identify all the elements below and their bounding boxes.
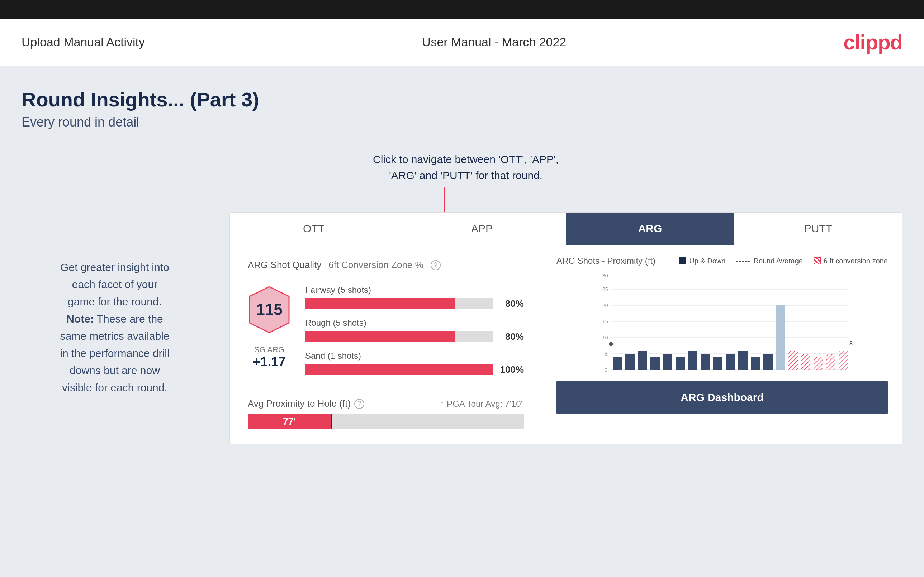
top-bar — [0, 0, 924, 19]
upload-manual-label[interactable]: Upload Manual Activity — [21, 35, 145, 49]
note-label: Note: — [66, 313, 94, 325]
bar-outer-fairway — [305, 298, 493, 309]
svg-rect-27 — [738, 350, 748, 370]
legend-round-avg: Round Average — [736, 257, 803, 265]
bar-pct-fairway: 80% — [499, 298, 524, 309]
proximity-header: Avg Proximity to Hole (ft) ? ↑ PGA Tour … — [248, 398, 524, 409]
bar-fill-sand — [305, 364, 493, 375]
chart-area: 0 5 10 15 20 25 30 — [556, 273, 888, 374]
tabs-row: OTT APP ARG PUTT — [230, 213, 902, 245]
left-panel: Get greater insight into each facet of y… — [21, 151, 208, 402]
help-icon[interactable]: ? — [431, 260, 441, 270]
chart-legend: Up & Down Round Average 6 ft conversion … — [679, 257, 888, 265]
bar-row-sand: Sand (1 shots) 100% — [305, 351, 524, 375]
svg-rect-22 — [675, 357, 685, 370]
svg-rect-35 — [838, 350, 848, 370]
svg-rect-28 — [751, 357, 760, 370]
svg-text:0: 0 — [604, 367, 607, 373]
tab-ott[interactable]: OTT — [230, 213, 398, 245]
svg-rect-17 — [613, 357, 622, 370]
svg-rect-26 — [726, 354, 735, 370]
svg-rect-24 — [701, 354, 710, 370]
arg-chart: 0 5 10 15 20 25 30 — [556, 273, 888, 374]
chart-title: ARG Shots - Proximity (ft) — [556, 256, 656, 266]
svg-rect-19 — [638, 350, 647, 370]
tab-arg[interactable]: ARG — [566, 213, 734, 245]
svg-rect-21 — [663, 354, 672, 370]
chart-header: ARG Shots - Proximity (ft) Up & Down Rou… — [556, 256, 888, 266]
widget-left: ARG Shot Quality 6ft Conversion Zone % ? — [230, 245, 542, 444]
legend-up-down-label: Up & Down — [689, 257, 725, 265]
description-text: Get greater insight into each facet of y… — [21, 259, 208, 396]
main-content: Round Insights... (Part 3) Every round i… — [0, 66, 924, 577]
bar-track-sand: 100% — [305, 364, 524, 375]
svg-rect-33 — [814, 357, 823, 370]
clippd-logo: clippd — [843, 30, 903, 54]
svg-rect-30 — [776, 305, 785, 370]
legend-square-icon — [679, 257, 686, 264]
proximity-help-icon[interactable]: ? — [354, 399, 364, 409]
bar-label-sand: Sand (1 shots) — [305, 351, 524, 361]
svg-rect-29 — [763, 354, 773, 370]
annotation-text: Click to navigate between 'OTT', 'APP','… — [373, 151, 559, 184]
proximity-tour-avg: ↑ PGA Tour Avg: 7'10" — [440, 399, 524, 409]
proximity-cursor — [331, 414, 332, 429]
bars-section: Fairway (5 shots) 80% Ro — [305, 285, 524, 384]
hexagon-container: 115 SG ARG +1.17 — [248, 285, 291, 384]
legend-round-avg-label: Round Average — [753, 257, 803, 265]
widget-left-main: 115 SG ARG +1.17 Fairway (5 shots) — [248, 285, 524, 384]
user-manual-label: User Manual - March 2022 — [422, 35, 567, 49]
bar-fill-rough — [305, 331, 456, 342]
svg-text:8: 8 — [850, 340, 853, 347]
arg-shot-quality-label: ARG Shot Quality — [248, 259, 321, 271]
widget-body: ARG Shot Quality 6ft Conversion Zone % ? — [230, 245, 902, 444]
six-ft-label: 6ft Conversion Zone % — [328, 259, 423, 271]
bar-label-fairway: Fairway (5 shots) — [305, 285, 524, 295]
svg-rect-23 — [688, 350, 698, 370]
bar-pct-sand: 100% — [499, 364, 524, 375]
bar-row-fairway: Fairway (5 shots) 80% — [305, 285, 524, 309]
content-layout: Get greater insight into each facet of y… — [21, 151, 903, 402]
legend-dashed-icon — [736, 261, 750, 262]
bar-row-rough: Rough (5 shots) 80% — [305, 318, 524, 342]
widget-right: ARG Shots - Proximity (ft) Up & Down Rou… — [542, 245, 902, 444]
proximity-section: Avg Proximity to Hole (ft) ? ↑ PGA Tour … — [248, 398, 524, 429]
page-subtitle: Every round in detail — [21, 115, 903, 130]
svg-text:25: 25 — [603, 286, 608, 292]
svg-rect-32 — [801, 354, 810, 370]
bar-outer-sand — [305, 364, 493, 375]
svg-text:10: 10 — [603, 335, 608, 340]
proximity-label-text: Avg Proximity to Hole (ft) — [248, 398, 351, 409]
arg-dashboard-button[interactable]: ARG Dashboard — [556, 380, 888, 414]
bar-fill-fairway — [305, 298, 456, 309]
svg-text:5: 5 — [604, 351, 607, 356]
hex-score-value: 115 — [256, 301, 282, 319]
svg-rect-20 — [650, 357, 660, 370]
tab-putt[interactable]: PUTT — [734, 213, 902, 245]
legend-conversion-label: 6 ft conversion zone — [824, 257, 888, 265]
svg-rect-31 — [788, 350, 798, 370]
page-title: Round Insights... (Part 3) — [21, 88, 903, 111]
proximity-bar-value: 77' — [283, 416, 296, 427]
bar-label-rough: Rough (5 shots) — [305, 318, 524, 328]
bar-track-fairway: 80% — [305, 298, 524, 309]
proximity-label: Avg Proximity to Hole (ft) ? — [248, 398, 364, 409]
legend-hatch-icon — [814, 257, 821, 264]
sg-arg-label: SG ARG — [254, 345, 284, 355]
bar-pct-rough: 80% — [499, 331, 524, 342]
arg-shot-quality-header: ARG Shot Quality 6ft Conversion Zone % ? — [248, 259, 524, 271]
legend-up-down: Up & Down — [679, 257, 725, 265]
header: Upload Manual Activity User Manual - Mar… — [0, 19, 924, 66]
svg-rect-34 — [826, 354, 835, 370]
svg-text:20: 20 — [603, 303, 608, 308]
svg-point-37 — [609, 342, 613, 346]
proximity-bar-outer: 77' — [248, 414, 524, 429]
hexagon-score-badge: 115 — [248, 285, 291, 334]
tab-app[interactable]: APP — [398, 213, 566, 245]
bar-track-rough: 80% — [305, 331, 524, 342]
svg-text:15: 15 — [603, 319, 608, 324]
proximity-bar-fill: 77' — [248, 414, 331, 429]
sg-arg-value: +1.17 — [253, 355, 286, 369]
widget-container: OTT APP ARG PUTT ARG Shot Quality 6ft Co… — [229, 212, 903, 444]
svg-rect-25 — [713, 357, 722, 370]
